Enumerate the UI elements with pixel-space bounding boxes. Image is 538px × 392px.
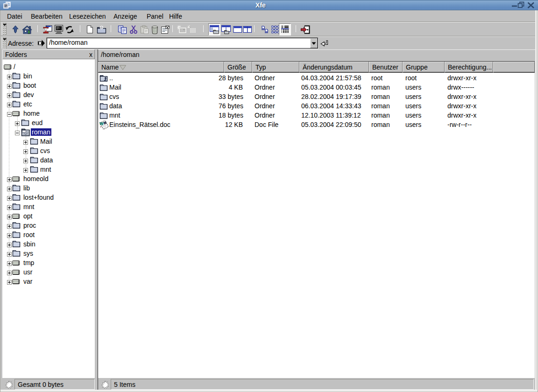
svg-text:W: W <box>99 121 104 126</box>
